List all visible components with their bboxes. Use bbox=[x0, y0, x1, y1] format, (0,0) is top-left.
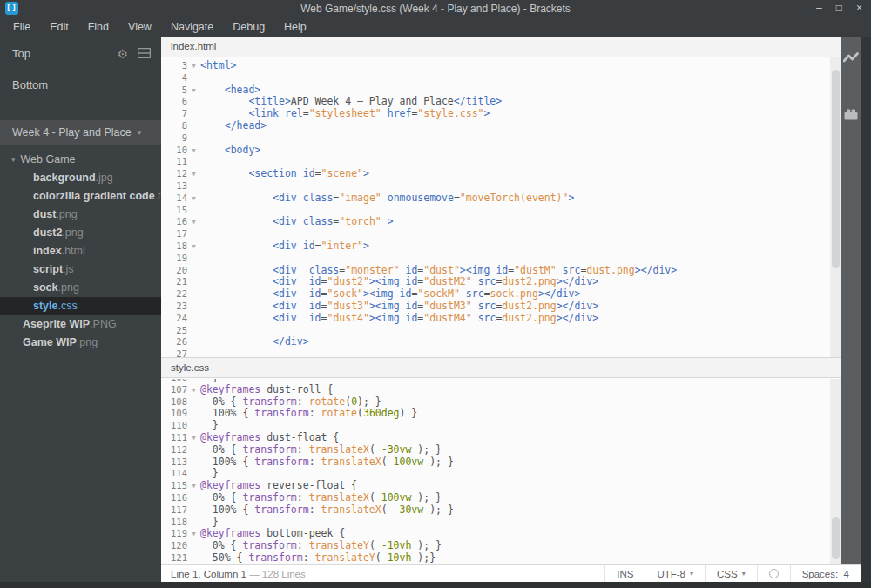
fold-arrow-icon[interactable]: ▼ bbox=[187, 241, 200, 253]
tree-file-item[interactable]: style.css bbox=[0, 297, 161, 315]
code-token: ( bbox=[381, 504, 394, 516]
code-token: ); } bbox=[411, 491, 442, 504]
pane-file-name: index.html bbox=[171, 41, 216, 51]
code-token bbox=[297, 192, 303, 204]
fold-arrow-icon[interactable]: ▼ bbox=[187, 433, 200, 445]
language-dropdown[interactable]: CSS▾ bbox=[705, 565, 757, 582]
code-token: dust2.png bbox=[502, 300, 556, 312]
fold-arrow-icon[interactable]: ▼ bbox=[187, 481, 200, 493]
code-token bbox=[200, 275, 273, 287]
line-number: 8 bbox=[161, 120, 187, 132]
code-token: <img bbox=[375, 300, 400, 312]
fold-arrow-icon[interactable]: ▼ bbox=[187, 145, 200, 158]
code-token: 50% { bbox=[200, 551, 248, 564]
code-editor-bottom[interactable]: 106 }107▼@keyframes dust-roll {108 0% { … bbox=[161, 379, 830, 564]
fold-arrow-icon[interactable]: ▼ bbox=[187, 217, 200, 229]
gear-icon[interactable]: ⚙ bbox=[117, 48, 128, 60]
file-name: index bbox=[33, 245, 62, 257]
fold-arrow-icon[interactable]: ▼ bbox=[187, 61, 200, 73]
code-text: @keyframes dust-roll { bbox=[200, 383, 333, 395]
minimize-button[interactable]: – bbox=[816, 2, 822, 14]
code-token: <img bbox=[375, 312, 400, 324]
code-token bbox=[200, 95, 248, 107]
code-line: 115▼@keyframes reverse-float { bbox=[161, 480, 830, 492]
tree-file-item[interactable]: sock.png bbox=[0, 279, 161, 297]
encoding-dropdown[interactable]: UTF-8▾ bbox=[645, 565, 705, 582]
live-preview-icon[interactable] bbox=[843, 52, 859, 68]
encoding-label: UTF-8 bbox=[657, 569, 685, 579]
code-line: 109 100% { transform: rotate(360deg) } bbox=[161, 408, 830, 420]
file-extension: .png bbox=[62, 226, 83, 239]
menu-navigate[interactable]: Navigate bbox=[161, 21, 223, 33]
lint-status[interactable] bbox=[757, 565, 790, 582]
tree-file-item[interactable]: script.js bbox=[0, 260, 161, 279]
insert-mode-indicator[interactable]: INS bbox=[604, 565, 645, 582]
code-token bbox=[400, 300, 406, 312]
fold-arrow-icon[interactable]: ▼ bbox=[187, 85, 200, 98]
project-dropdown[interactable]: Week 4 - Play and Place ▾ bbox=[0, 120, 161, 145]
code-token bbox=[394, 287, 400, 300]
fold-arrow-icon[interactable]: ▼ bbox=[187, 193, 200, 206]
code-token: = bbox=[454, 192, 460, 204]
file-name: Game WIP bbox=[23, 336, 77, 348]
folder-caret-icon[interactable]: ▾ bbox=[11, 155, 16, 164]
menu-view[interactable]: View bbox=[118, 21, 161, 33]
scrollbar-thumb-bottom[interactable] bbox=[832, 517, 840, 559]
tree-file-item[interactable]: Game WIP.png bbox=[0, 334, 161, 352]
tree-file-item[interactable]: dust2.png bbox=[0, 224, 161, 242]
code-editor-top[interactable]: 3▼<html>45▼ <head>6 <title>APD Week 4 – … bbox=[161, 57, 830, 357]
code-text: <div id="sock"><img id="sockM" src=sock.… bbox=[200, 287, 580, 300]
indent-settings[interactable]: Spaces: 4 bbox=[790, 565, 861, 582]
file-extension: .PNG bbox=[90, 318, 117, 330]
code-token bbox=[297, 264, 309, 276]
fold-arrow-icon[interactable]: ▼ bbox=[187, 169, 200, 181]
code-token bbox=[381, 192, 388, 204]
menu-edit[interactable]: Edit bbox=[40, 21, 78, 33]
code-token: "dustM3" bbox=[423, 300, 471, 312]
split-view-icon[interactable] bbox=[138, 46, 151, 62]
tree-file-item[interactable]: colorzilla gradient code.txt bbox=[0, 187, 161, 206]
code-token: "image" bbox=[339, 192, 381, 204]
code-token: dust-roll { bbox=[260, 383, 333, 395]
code-token: ( bbox=[357, 407, 363, 419]
close-button[interactable]: × bbox=[856, 2, 862, 14]
code-text: <div id="dust2"><img id="dustM2" src=dus… bbox=[200, 275, 598, 287]
menu-help[interactable]: Help bbox=[274, 21, 316, 33]
code-token: "dust2" bbox=[327, 275, 368, 287]
code-token: class bbox=[303, 192, 334, 204]
tree-file-item[interactable]: background.jpg bbox=[0, 169, 161, 187]
tree-file-item[interactable]: Aseprite WIP.PNG bbox=[0, 315, 161, 334]
code-token: > bbox=[369, 275, 375, 287]
extension-manager-icon[interactable] bbox=[843, 108, 859, 124]
maximize-button[interactable]: □ bbox=[836, 2, 842, 14]
code-token: id bbox=[309, 300, 321, 312]
menu-debug[interactable]: Debug bbox=[223, 21, 274, 33]
line-number: 25 bbox=[161, 325, 187, 337]
menu-file[interactable]: File bbox=[3, 21, 40, 33]
code-token: dust-float { bbox=[260, 431, 339, 443]
code-text: 100% { transform: translateX( -30vw ); } bbox=[200, 504, 454, 516]
line-number: 12 bbox=[161, 168, 187, 180]
code-token bbox=[200, 107, 248, 119]
code-token: class bbox=[309, 264, 340, 276]
code-token: > bbox=[635, 264, 641, 276]
menu-bar: File Edit Find View Navigate Debug Help bbox=[0, 17, 871, 37]
fold-arrow-icon[interactable]: ▼ bbox=[187, 529, 200, 541]
file-name: sock bbox=[33, 281, 58, 294]
code-token: <div bbox=[273, 312, 297, 324]
menu-find[interactable]: Find bbox=[78, 21, 118, 33]
code-token: transform bbox=[254, 407, 308, 419]
line-number: 112 bbox=[161, 444, 187, 456]
line-number: 111 bbox=[161, 432, 187, 444]
line-number: 20 bbox=[161, 265, 187, 277]
code-line: 12▼ <section id="scene"> bbox=[161, 168, 830, 180]
tree-file-item[interactable]: index.html bbox=[0, 242, 161, 260]
scrollbar-thumb-top[interactable] bbox=[832, 70, 840, 268]
line-number: 115 bbox=[161, 480, 187, 492]
code-token: class bbox=[303, 215, 334, 227]
tree-file-item[interactable]: dust.png bbox=[0, 206, 161, 224]
fold-arrow-icon[interactable]: ▼ bbox=[187, 385, 200, 397]
tree-folder-item[interactable]: ▾Web Game bbox=[0, 151, 161, 169]
code-token: 100vw bbox=[394, 456, 424, 468]
code-token: id bbox=[303, 167, 315, 179]
